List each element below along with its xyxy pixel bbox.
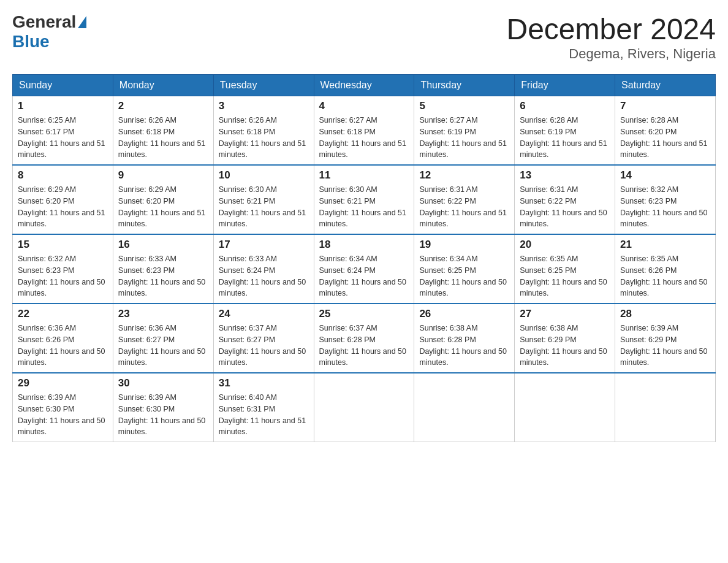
day-info: Sunrise: 6:26 AM Sunset: 6:18 PM Dayligh… [219,115,309,161]
table-row: 3 Sunrise: 6:26 AM Sunset: 6:18 PM Dayli… [213,96,314,166]
table-row: 20 Sunrise: 6:35 AM Sunset: 6:25 PM Dayl… [515,234,615,304]
table-row: 7 Sunrise: 6:28 AM Sunset: 6:20 PM Dayli… [615,96,716,166]
day-info: Sunrise: 6:27 AM Sunset: 6:19 PM Dayligh… [419,115,509,161]
table-row: 22 Sunrise: 6:36 AM Sunset: 6:26 PM Dayl… [13,304,113,373]
day-info: Sunrise: 6:37 AM Sunset: 6:27 PM Dayligh… [219,323,309,369]
day-info: Sunrise: 6:29 AM Sunset: 6:20 PM Dayligh… [118,184,208,230]
day-number: 18 [319,239,409,251]
table-row: 8 Sunrise: 6:29 AM Sunset: 6:20 PM Dayli… [13,165,113,234]
table-row [414,373,515,442]
table-row [515,373,615,442]
header-saturday: Saturday [615,75,716,96]
logo-blue-text: Blue [12,32,50,52]
day-info: Sunrise: 6:36 AM Sunset: 6:27 PM Dayligh… [118,323,208,369]
calendar-table: Sunday Monday Tuesday Wednesday Thursday… [12,74,716,442]
table-row: 6 Sunrise: 6:28 AM Sunset: 6:19 PM Dayli… [515,96,615,166]
day-info: Sunrise: 6:39 AM Sunset: 6:30 PM Dayligh… [18,392,108,438]
day-number: 29 [18,377,108,389]
table-row: 17 Sunrise: 6:33 AM Sunset: 6:24 PM Dayl… [213,234,314,304]
table-row: 5 Sunrise: 6:27 AM Sunset: 6:19 PM Dayli… [414,96,515,166]
day-info: Sunrise: 6:28 AM Sunset: 6:20 PM Dayligh… [620,115,710,161]
day-info: Sunrise: 6:30 AM Sunset: 6:21 PM Dayligh… [319,184,409,230]
logo: General Blue [12,12,86,52]
day-number: 11 [319,169,409,182]
day-info: Sunrise: 6:38 AM Sunset: 6:28 PM Dayligh… [419,323,509,369]
table-row: 12 Sunrise: 6:31 AM Sunset: 6:22 PM Dayl… [414,165,515,234]
day-info: Sunrise: 6:25 AM Sunset: 6:17 PM Dayligh… [18,115,108,161]
day-number: 19 [419,239,509,251]
day-info: Sunrise: 6:26 AM Sunset: 6:18 PM Dayligh… [118,115,208,161]
logo-triangle-icon [78,16,86,28]
table-row: 25 Sunrise: 6:37 AM Sunset: 6:28 PM Dayl… [314,304,414,373]
calendar-week-row: 29 Sunrise: 6:39 AM Sunset: 6:30 PM Dayl… [13,373,716,442]
day-number: 7 [620,100,710,112]
day-number: 23 [118,308,208,320]
day-info: Sunrise: 6:32 AM Sunset: 6:23 PM Dayligh… [620,184,710,230]
calendar-week-row: 22 Sunrise: 6:36 AM Sunset: 6:26 PM Dayl… [13,304,716,373]
day-info: Sunrise: 6:34 AM Sunset: 6:24 PM Dayligh… [319,253,409,299]
day-number: 3 [219,100,309,112]
day-number: 30 [118,377,208,389]
day-number: 5 [419,100,509,112]
day-info: Sunrise: 6:39 AM Sunset: 6:30 PM Dayligh… [118,392,208,438]
header-tuesday: Tuesday [213,75,314,96]
day-info: Sunrise: 6:27 AM Sunset: 6:18 PM Dayligh… [319,115,409,161]
page-subtitle: Degema, Rivers, Nigeria [506,46,716,62]
table-row: 28 Sunrise: 6:39 AM Sunset: 6:29 PM Dayl… [615,304,716,373]
table-row: 13 Sunrise: 6:31 AM Sunset: 6:22 PM Dayl… [515,165,615,234]
title-area: December 2024 Degema, Rivers, Nigeria [506,12,716,62]
table-row: 16 Sunrise: 6:33 AM Sunset: 6:23 PM Dayl… [113,234,213,304]
table-row: 10 Sunrise: 6:30 AM Sunset: 6:21 PM Dayl… [213,165,314,234]
table-row: 18 Sunrise: 6:34 AM Sunset: 6:24 PM Dayl… [314,234,414,304]
day-number: 20 [520,239,610,251]
day-number: 10 [219,169,309,182]
day-info: Sunrise: 6:33 AM Sunset: 6:24 PM Dayligh… [219,253,309,299]
header-monday: Monday [113,75,213,96]
table-row: 2 Sunrise: 6:26 AM Sunset: 6:18 PM Dayli… [113,96,213,166]
day-info: Sunrise: 6:29 AM Sunset: 6:20 PM Dayligh… [18,184,108,230]
day-info: Sunrise: 6:35 AM Sunset: 6:25 PM Dayligh… [520,253,610,299]
header-wednesday: Wednesday [314,75,414,96]
table-row: 19 Sunrise: 6:34 AM Sunset: 6:25 PM Dayl… [414,234,515,304]
day-info: Sunrise: 6:28 AM Sunset: 6:19 PM Dayligh… [520,115,610,161]
table-row: 1 Sunrise: 6:25 AM Sunset: 6:17 PM Dayli… [13,96,113,166]
day-info: Sunrise: 6:38 AM Sunset: 6:29 PM Dayligh… [520,323,610,369]
day-number: 16 [118,239,208,251]
calendar-header-row: Sunday Monday Tuesday Wednesday Thursday… [13,75,716,96]
day-number: 8 [18,169,108,182]
day-number: 9 [118,169,208,182]
day-info: Sunrise: 6:31 AM Sunset: 6:22 PM Dayligh… [520,184,610,230]
table-row: 29 Sunrise: 6:39 AM Sunset: 6:30 PM Dayl… [13,373,113,442]
calendar-week-row: 15 Sunrise: 6:32 AM Sunset: 6:23 PM Dayl… [13,234,716,304]
table-row: 9 Sunrise: 6:29 AM Sunset: 6:20 PM Dayli… [113,165,213,234]
day-number: 2 [118,100,208,112]
day-number: 17 [219,239,309,251]
header-friday: Friday [515,75,615,96]
table-row: 30 Sunrise: 6:39 AM Sunset: 6:30 PM Dayl… [113,373,213,442]
header-sunday: Sunday [13,75,113,96]
logo-general-text: General [12,12,76,32]
table-row: 14 Sunrise: 6:32 AM Sunset: 6:23 PM Dayl… [615,165,716,234]
table-row: 21 Sunrise: 6:35 AM Sunset: 6:26 PM Dayl… [615,234,716,304]
calendar-week-row: 1 Sunrise: 6:25 AM Sunset: 6:17 PM Dayli… [13,96,716,166]
day-number: 25 [319,308,409,320]
day-number: 14 [620,169,710,182]
day-info: Sunrise: 6:36 AM Sunset: 6:26 PM Dayligh… [18,323,108,369]
day-number: 26 [419,308,509,320]
day-info: Sunrise: 6:32 AM Sunset: 6:23 PM Dayligh… [18,253,108,299]
day-number: 13 [520,169,610,182]
table-row: 24 Sunrise: 6:37 AM Sunset: 6:27 PM Dayl… [213,304,314,373]
day-number: 6 [520,100,610,112]
table-row: 15 Sunrise: 6:32 AM Sunset: 6:23 PM Dayl… [13,234,113,304]
page-header: General Blue December 2024 Degema, River… [12,12,716,62]
day-number: 22 [18,308,108,320]
day-info: Sunrise: 6:35 AM Sunset: 6:26 PM Dayligh… [620,253,710,299]
day-number: 15 [18,239,108,251]
calendar-week-row: 8 Sunrise: 6:29 AM Sunset: 6:20 PM Dayli… [13,165,716,234]
table-row [314,373,414,442]
table-row: 26 Sunrise: 6:38 AM Sunset: 6:28 PM Dayl… [414,304,515,373]
day-number: 1 [18,100,108,112]
day-info: Sunrise: 6:37 AM Sunset: 6:28 PM Dayligh… [319,323,409,369]
page-title: December 2024 [506,12,716,46]
header-thursday: Thursday [414,75,515,96]
